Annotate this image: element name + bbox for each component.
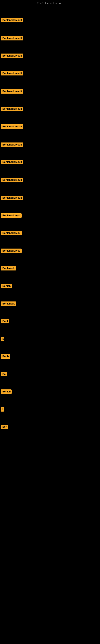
bottleneck-badge-15: Bottleneck (1, 266, 16, 271)
bottleneck-badge-19: B (1, 337, 4, 342)
bottleneck-badge-7: Bottleneck result (1, 124, 23, 130)
bottleneck-badge-12: Bottleneck resu (1, 213, 22, 218)
bottleneck-badge-10: Bottleneck result (1, 178, 23, 183)
bottleneck-badge-11: Bottleneck result (1, 196, 23, 201)
bottleneck-badge-2: Bottleneck result (1, 36, 23, 41)
site-title: TheBottlenecker.com (0, 0, 100, 6)
bottleneck-badge-16: Bottlen (1, 284, 12, 289)
bottleneck-badge-9: Bottleneck result (1, 160, 23, 165)
bottleneck-badge-18: Bottl (1, 319, 9, 324)
bottleneck-badge-20: Bottle (1, 354, 10, 360)
site-title-bar: TheBottlenecker.com (0, 0, 100, 6)
bottleneck-badge-24: Bott (1, 425, 8, 430)
bottleneck-badge-13: Bottleneck resu (1, 231, 22, 236)
bottleneck-badge-6: Bottleneck result (1, 107, 23, 112)
bottleneck-badge-3: Bottleneck result (1, 54, 23, 59)
bottleneck-badge-8: Bottleneck result (1, 142, 23, 148)
bottleneck-badge-5: Bottleneck result (1, 89, 23, 94)
bottleneck-badge-23: I (1, 407, 4, 412)
bottleneck-badge-14: Bottleneck resu (1, 248, 22, 254)
bottleneck-badge-17: Bottleneck (1, 302, 16, 307)
badges-container: Bottleneck resultBottleneck resultBottle… (0, 6, 100, 644)
bottleneck-badge-1: Bottleneck result (1, 18, 23, 23)
bottleneck-badge-4: Bottleneck result (1, 71, 23, 76)
bottleneck-badge-22: Bottlen (1, 390, 12, 395)
bottleneck-badge-21: Bot (1, 372, 7, 377)
